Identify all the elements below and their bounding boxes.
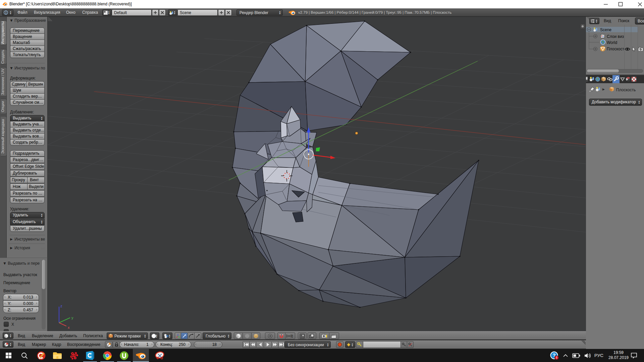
svg-text:z: z	[60, 304, 62, 308]
svg-text:x: x	[68, 325, 70, 329]
svg-text:y: y	[71, 316, 73, 320]
